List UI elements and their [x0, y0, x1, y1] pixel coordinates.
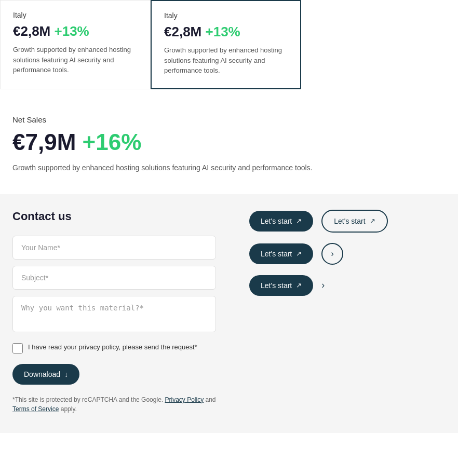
card-2-desc: Growth supported by enhanced hosting sol… — [164, 45, 288, 76]
button-row-1: Let's start ↗ Let's start ↗ — [249, 210, 437, 233]
terms-link[interactable]: Terms of Service — [12, 405, 59, 413]
circle-arrow-icon: › — [331, 249, 334, 259]
net-sales-amount: €7,9M +16% — [12, 129, 446, 155]
lets-start-filled-2[interactable]: Let's start ↗ — [249, 243, 313, 264]
lets-start-outline-1[interactable]: Let's start ↗ — [321, 210, 387, 233]
why-textarea[interactable] — [12, 296, 216, 332]
button-row-3: Let's start ↗ › — [249, 275, 437, 296]
net-sales-label: Net Sales — [12, 115, 446, 124]
recaptcha-text: *This site is protected by reCAPTCHA and… — [12, 395, 216, 414]
lets-start-label-3: Let's start — [261, 281, 292, 290]
privacy-checkbox[interactable] — [12, 343, 23, 353]
lets-start-filled-3[interactable]: Let's start ↗ — [249, 275, 313, 296]
arrow-outline-icon-1: ↗ — [370, 217, 375, 225]
card-2-amount: €2,8M +13% — [164, 24, 288, 40]
card-2-country: Italy — [164, 11, 288, 20]
simple-arrow-icon: › — [321, 280, 325, 290]
privacy-policy-link[interactable]: Privacy Policy — [165, 396, 204, 403]
net-sales-desc: Growth supported by enhanced hosting sol… — [12, 162, 446, 173]
subject-input[interactable] — [12, 266, 216, 290]
net-sales-section: Net Sales €7,9M +16% Growth supported by… — [0, 100, 458, 194]
cards-section: Italy €2,8M +13% Growth supported by enh… — [0, 0, 458, 100]
name-input[interactable] — [12, 236, 216, 260]
arrow-icon-3: ↗ — [296, 281, 302, 289]
card-1: Italy €2,8M +13% Growth supported by enh… — [0, 0, 151, 89]
arrow-icon-2: ↗ — [296, 250, 302, 257]
lets-start-label-2: Let's start — [261, 250, 292, 258]
card-1-growth: +13% — [55, 23, 89, 39]
download-label: Downaload — [24, 370, 60, 378]
card-2-growth: +13% — [206, 24, 240, 39]
download-icon: ↓ — [64, 370, 68, 378]
lets-start-outline-label-1: Let's start — [334, 217, 365, 225]
contact-title: Contact us — [12, 210, 216, 223]
privacy-checkbox-label: I have read your privacy policy, please … — [28, 343, 197, 352]
contact-form-panel: Contact us I have read your privacy poli… — [0, 194, 228, 433]
simple-arrow-button[interactable]: › — [321, 280, 325, 291]
card-1-amount: €2,8M +13% — [13, 23, 138, 39]
card-1-country: Italy — [13, 11, 138, 19]
lets-start-filled-1[interactable]: Let's start ↗ — [249, 211, 313, 232]
card-2: Italy €2,8M +13% Growth supported by enh… — [151, 0, 301, 89]
recaptcha-prefix: *This site is protected by reCAPTCHA and… — [12, 396, 163, 403]
net-sales-growth: +16% — [83, 129, 142, 155]
buttons-panel: Let's start ↗ Let's start ↗ Let's start … — [228, 194, 458, 433]
lets-start-label-1: Let's start — [261, 217, 292, 225]
card-1-desc: Growth supported by enhanced hosting sol… — [13, 45, 138, 75]
apply-text: apply. — [61, 405, 77, 413]
bottom-section: Contact us I have read your privacy poli… — [0, 194, 458, 433]
download-button[interactable]: Downaload ↓ — [12, 364, 79, 385]
privacy-checkbox-row: I have read your privacy policy, please … — [12, 343, 216, 353]
button-row-2: Let's start ↗ › — [249, 243, 437, 265]
arrow-icon-1: ↗ — [296, 217, 302, 225]
circle-arrow-button[interactable]: › — [321, 243, 343, 265]
